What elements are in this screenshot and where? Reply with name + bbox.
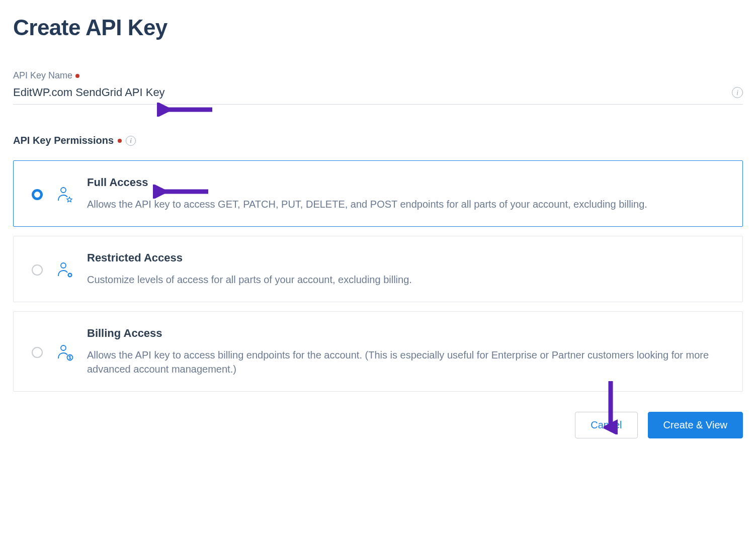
svg-point-1: [61, 263, 66, 268]
user-gear-icon: [56, 261, 74, 279]
api-key-name-label: API Key Name: [13, 70, 743, 81]
permission-option-billing-access[interactable]: Billing Access Allows the API key to acc…: [13, 311, 743, 392]
create-view-button[interactable]: Create & View: [648, 412, 743, 438]
svg-point-2: [68, 274, 71, 277]
radio-full-access[interactable]: [32, 189, 43, 200]
info-icon[interactable]: i: [732, 87, 743, 98]
page-title: Create API Key: [13, 15, 743, 40]
required-indicator-icon: [118, 139, 122, 143]
permissions-section-label-text: API Key Permissions: [13, 135, 114, 146]
permission-option-restricted-access[interactable]: Restricted Access Customize levels of ac…: [13, 236, 743, 302]
option-title: Restricted Access: [87, 251, 724, 264]
option-title: Billing Access: [87, 327, 724, 340]
user-star-icon: [56, 186, 74, 204]
option-title: Full Access: [87, 176, 724, 189]
required-indicator-icon: [75, 74, 79, 78]
permissions-section-label: API Key Permissions i: [13, 135, 743, 146]
annotation-arrow-icon: [157, 103, 216, 117]
cancel-button[interactable]: Cancel: [575, 412, 637, 438]
user-dollar-icon: [56, 343, 74, 362]
option-description: Allows the API key to access GET, PATCH,…: [87, 197, 724, 211]
svg-point-3: [61, 345, 66, 350]
action-bar: Cancel Create & View: [13, 412, 743, 438]
radio-billing-access[interactable]: [32, 347, 43, 358]
api-key-name-label-text: API Key Name: [13, 70, 72, 81]
option-description: Customize levels of access for all parts…: [87, 273, 724, 287]
api-key-name-input[interactable]: [13, 86, 732, 99]
svg-point-0: [61, 188, 66, 193]
permissions-options: Full Access Allows the API key to access…: [13, 160, 743, 392]
api-key-name-field-wrap: i: [13, 86, 743, 105]
permission-option-full-access[interactable]: Full Access Allows the API key to access…: [13, 160, 743, 227]
option-description: Allows the API key to access billing end…: [87, 348, 724, 376]
info-icon[interactable]: i: [126, 136, 136, 146]
radio-restricted-access[interactable]: [32, 264, 43, 276]
